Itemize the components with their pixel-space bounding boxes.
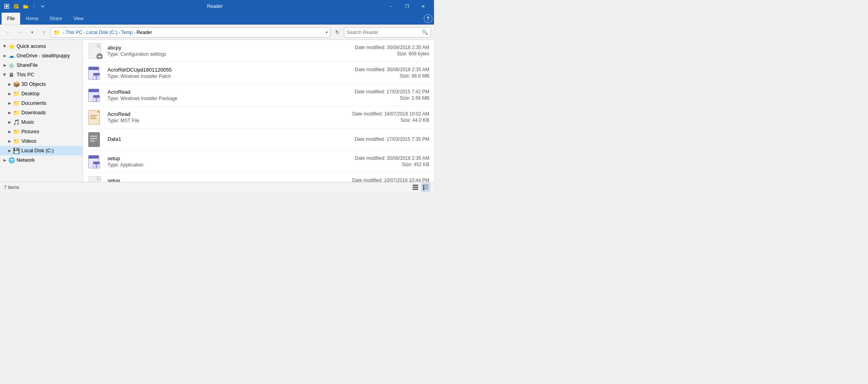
svg-rect-22: [90, 136, 97, 137]
star-icon: ⭐: [8, 43, 15, 50]
file-type-acroread-msi: Type: Windows Installer Package: [108, 96, 355, 101]
svg-rect-33: [413, 185, 418, 186]
sidebar-item-desktop[interactable]: ▶ 📁 Desktop: [0, 89, 83, 98]
breadcrumb-temp[interactable]: Temp: [121, 30, 132, 35]
svg-rect-26: [89, 155, 99, 159]
sidebar-label-3dobjects: 3D Objects: [21, 81, 46, 87]
expand-localdisk[interactable]: ▶: [6, 148, 13, 154]
svg-rect-12: [89, 89, 99, 92]
expand-downloads[interactable]: ▶: [6, 110, 13, 116]
file-name-acroread-mst: AcroRead: [108, 111, 352, 117]
expand-desktop[interactable]: ▶: [6, 91, 13, 97]
expand-sharefile[interactable]: ▶: [2, 62, 8, 68]
breadcrumb-thispc[interactable]: This PC: [66, 30, 83, 35]
svg-rect-35: [413, 189, 418, 190]
expand-3dobjects[interactable]: ▶: [6, 81, 13, 87]
view-toggle: [411, 183, 430, 192]
file-row[interactable]: setup Type: Application Date modified: 3…: [83, 151, 434, 173]
sidebar-item-3dobjects[interactable]: ▶ 📦 3D Objects: [0, 79, 83, 89]
sidebar-item-documents[interactable]: ▶ 📁 Documents: [0, 98, 83, 108]
breadcrumb-dropdown[interactable]: ▾: [326, 30, 328, 34]
address-bar: ← → ▾ ↑ 📁 › This PC › Local Disk (C:) › …: [0, 25, 434, 40]
help-button[interactable]: ?: [424, 14, 432, 23]
svg-rect-38: [423, 187, 425, 188]
svg-rect-8: [93, 73, 100, 76]
expand-music[interactable]: ▶: [6, 119, 13, 125]
folder-icon[interactable]: [22, 3, 29, 10]
item-count: 7 items: [4, 185, 19, 190]
search-box[interactable]: 🔍: [344, 27, 431, 38]
file-row[interactable]: AcroRdrDCUpd1801120055 Type: Windows Ins…: [83, 62, 434, 84]
breadcrumb-localdisk[interactable]: Local Disk (C:): [86, 30, 117, 35]
network-icon: 🌐: [8, 157, 15, 164]
expand-thispc[interactable]: ▶: [2, 72, 8, 78]
sidebar-item-downloads[interactable]: ▶ 📁 Downloads: [0, 108, 83, 117]
detail-view-button[interactable]: [421, 183, 430, 192]
ribbon-tabs: File Home Share View ?: [0, 13, 434, 25]
ribbon: File Home Share View ?: [0, 13, 434, 25]
videos-icon: 📁: [13, 138, 20, 145]
file-icon-acroread-mst: [88, 110, 104, 125]
file-icon-setup-exe: [88, 154, 104, 170]
tab-view[interactable]: View: [68, 13, 89, 25]
tab-share[interactable]: Share: [44, 13, 68, 25]
sidebar-item-videos[interactable]: ▶ 📁 Videos: [0, 136, 83, 146]
tab-home[interactable]: Home: [20, 13, 44, 25]
status-bar: 7 items: [0, 182, 434, 192]
file-meta-acroread-mst: Date modified: 18/07/2018 10:02 AM Size:…: [352, 111, 429, 124]
sidebar-label-music: Music: [21, 119, 34, 125]
file-meta-acroread-msi: Date modified: 17/03/2015 7:42 PM Size: …: [355, 89, 429, 102]
note-icon[interactable]: [13, 3, 20, 10]
minimize-button[interactable]: −: [383, 0, 399, 13]
file-row[interactable]: AcroRead Type: Windows Installer Package…: [83, 84, 434, 106]
sidebar-item-network[interactable]: ▶ 🌐 Network: [0, 155, 83, 165]
sidebar-item-music[interactable]: ▶ 🎵 Music: [0, 117, 83, 127]
file-date-acrodr: Date modified: 30/06/2018 2:35 AM: [355, 67, 429, 72]
file-row[interactable]: AcroRead Type: MST File Date modified: 1…: [83, 106, 434, 129]
expand-videos[interactable]: ▶: [6, 138, 13, 144]
sidebar-item-thispc[interactable]: ▶ 🖥 This PC: [0, 70, 83, 79]
svg-rect-29: [96, 164, 97, 168]
sidebar-item-onedrive[interactable]: ▶ ☁ OneDrive - stealthpuppy: [0, 51, 83, 61]
expand-documents[interactable]: ▶: [6, 100, 13, 106]
close-button[interactable]: ✕: [415, 0, 431, 13]
svg-rect-34: [413, 187, 418, 188]
svg-rect-36: [423, 185, 425, 186]
file-date-data1: Date modified: 17/03/2015 7:35 PM: [355, 136, 429, 142]
title-bar-icons: [3, 3, 46, 10]
list-view-button[interactable]: [411, 183, 420, 192]
sidebar-label-pictures: Pictures: [21, 129, 39, 134]
expand-pictures[interactable]: ▶: [6, 129, 13, 135]
search-input[interactable]: [347, 30, 422, 35]
expand-onedrive[interactable]: ▶: [2, 53, 8, 59]
svg-rect-28: [93, 162, 100, 164]
file-meta-acrodr: Date modified: 30/06/2018 2:35 AM Size: …: [355, 67, 429, 79]
expand-quick-access[interactable]: ▶: [2, 43, 8, 49]
dropdown-nav-button[interactable]: ▾: [27, 27, 37, 38]
file-row[interactable]: Data1 Date modified: 17/03/2015 7:35 PM: [83, 129, 434, 151]
sidebar-item-pictures[interactable]: ▶ 📁 Pictures: [0, 127, 83, 136]
tab-file[interactable]: File: [2, 13, 20, 25]
file-size-acrodr: Size: 98.6 MB: [355, 73, 429, 79]
sidebar-item-quick-access[interactable]: ▶ ⭐ Quick access: [0, 42, 83, 51]
file-row[interactable]: setup Type: Configuration settings Date …: [83, 173, 434, 182]
sidebar-item-localdisk[interactable]: ▶ 💾 Local Disk (C:): [0, 146, 83, 155]
up-button[interactable]: ↑: [39, 27, 49, 38]
forward-button[interactable]: →: [15, 27, 25, 38]
maximize-button[interactable]: ❐: [399, 0, 415, 13]
file-date-acroread-msi: Date modified: 17/03/2015 7:42 PM: [355, 89, 429, 95]
file-row[interactable]: abcpy Type: Configuration settings Date …: [83, 40, 434, 62]
refresh-button[interactable]: ↻: [332, 27, 342, 38]
dropdown-icon[interactable]: [39, 3, 46, 10]
main-layout: ▶ ⭐ Quick access ▶ ☁ OneDrive - stealthp…: [0, 40, 434, 182]
window-title: Reader: [46, 4, 383, 9]
breadcrumb-bar[interactable]: 📁 › This PC › Local Disk (C:) › Temp › R…: [51, 27, 330, 38]
back-button[interactable]: ←: [3, 27, 13, 38]
file-name-data1: Data1: [108, 136, 355, 142]
expand-network[interactable]: ▶: [2, 157, 8, 163]
sidebar-label-thispc: This PC: [17, 72, 34, 78]
pin-icon[interactable]: [3, 3, 10, 10]
file-size-acroread-mst: Size: 44.0 KB: [352, 117, 429, 123]
sidebar-item-sharefile[interactable]: ▶ ◎ ShareFile: [0, 61, 83, 70]
file-size-setup-exe: Size: 452 KB: [355, 162, 429, 167]
